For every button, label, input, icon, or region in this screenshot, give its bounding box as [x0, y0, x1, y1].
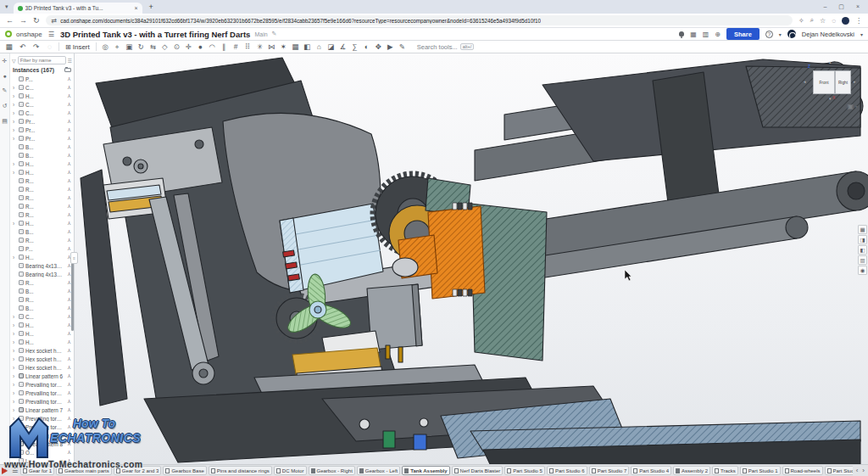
expand-chevron-icon[interactable]: [13, 330, 17, 338]
tab-manager-icon[interactable]: ☰: [11, 467, 19, 474]
document-tab[interactable]: Gear for 2 and 3: [114, 466, 162, 475]
mate-connector-icon[interactable]: [66, 348, 72, 353]
mate-connector-icon[interactable]: [66, 450, 72, 455]
expand-chevron-icon[interactable]: [13, 423, 17, 431]
instance-row[interactable]: R...: [10, 202, 74, 210]
filter-funnel-icon[interactable]: ▽: [12, 58, 16, 64]
expand-chevron-icon[interactable]: [13, 381, 17, 389]
instance-row[interactable]: Hex socket head ca...: [10, 355, 74, 363]
follow-mode-icon[interactable]: ✎: [3, 87, 8, 94]
document-tab[interactable]: Gearbox Base: [163, 466, 206, 475]
view-cube[interactable]: Z Front Right X ▴ ▾ ◂ ▸: [807, 60, 856, 99]
parallel-mate-icon[interactable]: ∥: [219, 42, 230, 51]
instance-row[interactable]: Pr...: [10, 117, 74, 126]
expand-chevron-icon[interactable]: [13, 126, 17, 134]
expand-chevron-icon[interactable]: [13, 84, 17, 92]
expand-chevron-icon[interactable]: [13, 322, 17, 329]
forward-icon[interactable]: →: [19, 16, 27, 25]
mate-connector-icon[interactable]: [66, 246, 72, 251]
view-properties-icon[interactable]: ▦: [3, 42, 14, 51]
instance-row[interactable]: H...: [10, 92, 74, 100]
document-tab[interactable]: DC Motor: [274, 466, 307, 475]
document-tab[interactable]: Assembly 2: [673, 466, 710, 475]
new-tab-button[interactable]: +: [142, 3, 160, 11]
instance-row[interactable]: H...: [10, 321, 74, 329]
add-tab-button[interactable]: +: [2, 467, 9, 474]
instance-row[interactable]: P...: [10, 75, 74, 83]
cylindrical-mate-icon[interactable]: ⊙: [171, 42, 182, 51]
expand-chevron-icon[interactable]: [13, 118, 17, 126]
mate-connector-icon[interactable]: [66, 331, 72, 336]
mate-connector-icon[interactable]: [66, 365, 72, 370]
instance-row[interactable]: O...: [10, 448, 74, 456]
instance-row[interactable]: Hex socket head ca...: [10, 363, 74, 372]
browser-profile-avatar[interactable]: [842, 17, 849, 25]
document-tab[interactable]: Part Studio 5: [504, 466, 545, 475]
instance-row[interactable]: H...: [10, 160, 74, 168]
document-tab[interactable]: Part Studio 4: [631, 466, 671, 475]
create-folder-icon[interactable]: [64, 68, 71, 72]
rotate-up-icon[interactable]: ▴: [829, 59, 832, 64]
mate-connector-icon[interactable]: [66, 76, 72, 81]
instance-row[interactable]: Bearing 4x13x5 <29>: [10, 261, 74, 270]
team-icon[interactable]: ▥: [703, 31, 709, 38]
mate-icon[interactable]: ◎: [100, 42, 111, 51]
instance-row[interactable]: Prevailing torque n...: [10, 397, 74, 406]
expand-chevron-icon[interactable]: [13, 440, 17, 448]
mate-connector-icon[interactable]: [66, 356, 72, 361]
instance-row[interactable]: H...: [10, 329, 74, 338]
mate-connector-icon[interactable]: [66, 110, 72, 115]
comments-panel-icon[interactable]: ●: [3, 73, 6, 79]
instance-row[interactable]: Linear pattern 8: [10, 440, 74, 448]
instance-row[interactable]: Prevailing torque n...: [10, 380, 74, 389]
site-settings-icon[interactable]: ⇄: [52, 17, 58, 25]
instance-row[interactable]: H...: [10, 219, 74, 227]
instance-row[interactable]: Prevailing torque n...: [10, 414, 74, 423]
instance-row[interactable]: Linear pattern 7: [10, 406, 74, 414]
document-menu-icon[interactable]: ☰: [47, 31, 56, 38]
url-bar[interactable]: ⇄ cad.onshape.com/documents/c384a29101f6…: [46, 15, 793, 25]
language-globe-icon[interactable]: ⊕: [715, 31, 721, 38]
tab-scroll-right-icon[interactable]: ›: [862, 467, 865, 474]
mate-connector-icon[interactable]: [66, 212, 72, 217]
mate-connector-icon[interactable]: [66, 119, 72, 124]
expand-chevron-icon[interactable]: [13, 135, 17, 143]
filter-input[interactable]: [18, 56, 66, 64]
instance-row[interactable]: B...: [10, 304, 74, 312]
document-tab[interactable]: Part Studio 7: [589, 466, 630, 475]
expand-chevron-icon[interactable]: [13, 398, 17, 406]
instance-row[interactable]: R...: [10, 185, 74, 193]
transform-icon[interactable]: ✥: [373, 42, 384, 51]
mate-connector-icon[interactable]: [66, 373, 72, 378]
appearance-panel-icon[interactable]: ◨: [858, 235, 867, 244]
document-tab[interactable]: Road-wheels: [782, 466, 823, 475]
expand-chevron-icon[interactable]: [13, 220, 17, 227]
home-cube-icon[interactable]: ▣: [847, 103, 854, 110]
search-tools-button[interactable]: Search tools... alt+/: [417, 43, 475, 51]
instance-row[interactable]: Bearing 4x13x5 <3...: [10, 270, 74, 278]
named-views-icon[interactable]: ⌂: [314, 42, 325, 51]
measure-icon[interactable]: ∡: [337, 42, 348, 51]
share-button[interactable]: Share: [726, 28, 760, 40]
expand-chevron-icon[interactable]: [13, 101, 17, 109]
instance-row[interactable]: B...: [10, 151, 74, 160]
workspace-name[interactable]: Main: [254, 31, 267, 37]
instance-row[interactable]: C...: [10, 109, 74, 117]
instance-row[interactable]: Prevailing torque n...: [10, 423, 74, 431]
mate-connector-icon[interactable]: [66, 390, 72, 395]
instance-row[interactable]: Prevailing torque n...: [10, 389, 74, 397]
mate-connector-icon[interactable]: [66, 382, 72, 387]
back-icon[interactable]: ←: [6, 16, 14, 25]
instance-row[interactable]: R...: [10, 210, 74, 219]
mate-connector-icon[interactable]: [66, 187, 72, 192]
expand-chevron-icon[interactable]: [13, 109, 17, 117]
expand-chevron-icon[interactable]: [13, 254, 17, 261]
revolute-mate-icon[interactable]: ↻: [136, 42, 147, 51]
expand-chevron-icon[interactable]: [13, 356, 17, 363]
mate-connector-icon[interactable]: [66, 127, 72, 132]
instance-row[interactable]: R...: [10, 278, 74, 287]
help-icon[interactable]: ?: [765, 31, 773, 38]
circular-pattern-icon[interactable]: ✳: [254, 42, 265, 51]
slider-mate-icon[interactable]: ⇆: [147, 42, 159, 51]
document-tab[interactable]: Part Studio 1: [740, 466, 781, 475]
